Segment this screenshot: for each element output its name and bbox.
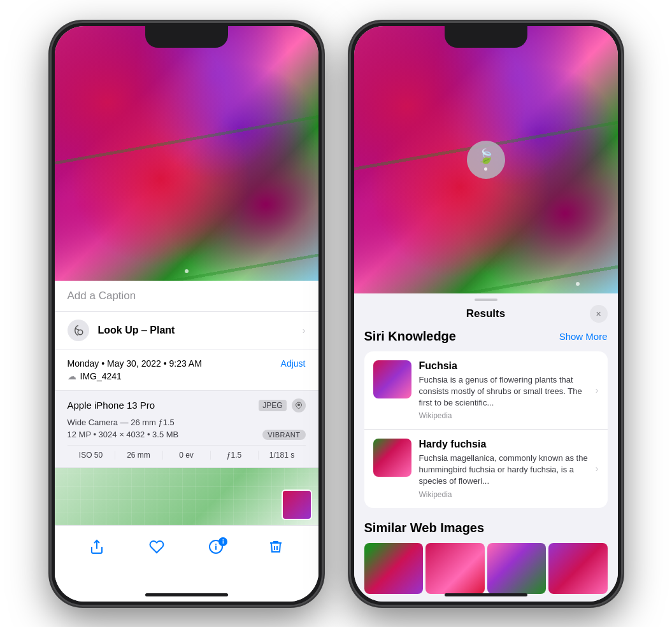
hardy-fuchsia-text: Hardy fuchsia Fuchsia magellanica, commo… bbox=[419, 439, 588, 499]
right-flower-photo[interactable]: 🍃 bbox=[354, 26, 618, 293]
info-button[interactable]: i bbox=[202, 535, 230, 563]
device-section: Apple iPhone 13 Pro JPEG bbox=[55, 391, 318, 468]
camera-info: Wide Camera — 26 mm ƒ1.5 bbox=[68, 418, 306, 427]
similar-grid bbox=[364, 543, 608, 594]
caption-placeholder[interactable]: Add a Caption bbox=[68, 290, 136, 302]
cloud-icon: ☁ bbox=[68, 371, 76, 381]
toolbar: i bbox=[55, 525, 318, 578]
format-badge: JPEG bbox=[259, 400, 286, 411]
similar-image-3[interactable] bbox=[487, 543, 547, 594]
look-up-icon bbox=[68, 320, 89, 341]
close-icon: × bbox=[596, 309, 601, 319]
right-screen: 🍃 Results × bbox=[354, 26, 618, 602]
hardy-fuchsia-name: Hardy fuchsia bbox=[419, 439, 588, 450]
svg-point-1 bbox=[78, 328, 79, 330]
svg-point-2 bbox=[297, 404, 300, 406]
map-overlay bbox=[55, 468, 318, 525]
hardy-fuchsia-chevron-icon: › bbox=[596, 463, 599, 474]
similar-section: Similar Web Images bbox=[364, 521, 608, 594]
exif-iso: ISO 50 bbox=[68, 451, 115, 460]
trash-icon bbox=[268, 539, 283, 558]
show-more-button[interactable]: Show More bbox=[559, 331, 608, 342]
right-phone: 🍃 Results × bbox=[349, 21, 623, 607]
photo-info-section: Add a Caption Lo bbox=[55, 281, 318, 602]
knowledge-item-hardy-fuchsia[interactable]: Hardy fuchsia Fuchsia magellanica, commo… bbox=[364, 430, 608, 508]
fuchsia-text: Fuchsia Fuchsia is a genus of flowering … bbox=[419, 360, 588, 421]
visual-lookup-button[interactable]: 🍃 bbox=[467, 141, 505, 179]
siri-knowledge-title: Siri Knowledge bbox=[364, 329, 456, 344]
info-badge: i bbox=[218, 537, 227, 546]
look-up-row[interactable]: Look Up – Plant › bbox=[55, 312, 318, 349]
exif-focal: 26 mm bbox=[115, 451, 163, 460]
photo-date: Monday • May 30, 2022 • 9:23 AM bbox=[68, 358, 202, 369]
lookup-dot bbox=[484, 167, 487, 171]
filename-text: IMG_4241 bbox=[80, 371, 122, 381]
photo-meta-section: Monday • May 30, 2022 • 9:23 AM Adjust ☁… bbox=[55, 349, 318, 391]
fuchsia-name: Fuchsia bbox=[419, 360, 588, 372]
adjust-button[interactable]: Adjust bbox=[281, 358, 306, 369]
device-name: Apple iPhone 13 Pro bbox=[68, 400, 155, 411]
vibrant-badge: VIBRANT bbox=[262, 430, 305, 440]
exif-row: ISO 50 26 mm 0 ev ƒ1.5 1/181 s bbox=[68, 445, 306, 460]
right-dot-indicator bbox=[576, 282, 580, 286]
delete-button[interactable] bbox=[262, 535, 290, 563]
heart-icon bbox=[149, 539, 164, 558]
siri-knowledge-header: Siri Knowledge Show More bbox=[364, 329, 608, 344]
hardy-fuchsia-thumbnail bbox=[373, 439, 411, 477]
right-home-indicator bbox=[445, 593, 527, 596]
similar-title: Similar Web Images bbox=[364, 521, 608, 535]
format-badges: JPEG bbox=[259, 398, 305, 412]
favorite-button[interactable] bbox=[143, 535, 171, 563]
look-up-subject: Plant bbox=[150, 325, 175, 335]
look-up-label: Look Up – Plant bbox=[98, 325, 175, 336]
location-icon bbox=[292, 398, 306, 412]
svg-point-0 bbox=[78, 330, 83, 335]
share-button[interactable] bbox=[83, 535, 111, 563]
notch bbox=[145, 26, 228, 48]
file-details: 12 MP • 3024 × 4032 • 3.5 MB bbox=[68, 430, 179, 439]
exif-shutter: 1/181 s bbox=[259, 451, 306, 460]
flower-photo[interactable] bbox=[55, 26, 318, 281]
close-button[interactable]: × bbox=[590, 305, 608, 323]
leaf-icon: 🍃 bbox=[477, 148, 494, 165]
hardy-fuchsia-source: Wikipedia bbox=[419, 490, 588, 499]
photo-dot-indicator bbox=[185, 269, 189, 273]
left-screen: Add a Caption Lo bbox=[55, 26, 318, 602]
similar-image-1[interactable] bbox=[364, 543, 424, 594]
knowledge-item-fuchsia[interactable]: Fuchsia Fuchsia is a genus of flowering … bbox=[364, 351, 608, 430]
photo-filename: ☁ IMG_4241 bbox=[68, 371, 306, 381]
look-up-chevron-icon: › bbox=[303, 325, 306, 335]
right-notch bbox=[445, 26, 527, 48]
fuchsia-thumbnail bbox=[373, 360, 411, 398]
results-panel: Results × Siri Knowledge Show More bbox=[354, 293, 618, 602]
file-info: 12 MP • 3024 × 4032 • 3.5 MB VIBRANT bbox=[68, 430, 306, 440]
similar-image-4[interactable] bbox=[548, 543, 608, 594]
exif-ev: 0 ev bbox=[163, 451, 211, 460]
map-photo-thumb bbox=[282, 490, 312, 520]
flower-stems bbox=[55, 26, 318, 281]
main-container: Add a Caption Lo bbox=[0, 0, 672, 627]
hardy-fuchsia-description: Fuchsia magellanica, commonly known as t… bbox=[419, 453, 588, 488]
look-up-bold: Look Up bbox=[98, 325, 139, 335]
results-title: Results bbox=[466, 307, 505, 320]
exif-aperture: ƒ1.5 bbox=[211, 451, 259, 460]
left-phone: Add a Caption Lo bbox=[50, 21, 324, 607]
similar-image-2[interactable] bbox=[425, 543, 485, 594]
fuchsia-description: Fuchsia is a genus of flowering plants t… bbox=[419, 374, 588, 409]
home-indicator bbox=[145, 593, 228, 596]
fuchsia-chevron-icon: › bbox=[596, 385, 599, 395]
share-icon bbox=[89, 539, 104, 558]
results-content: Siri Knowledge Show More Fuchsia Fuchsia… bbox=[354, 327, 618, 602]
knowledge-card: Fuchsia Fuchsia is a genus of flowering … bbox=[364, 351, 608, 508]
caption-area[interactable]: Add a Caption bbox=[55, 281, 318, 312]
results-header: Results × bbox=[354, 301, 618, 327]
map-section[interactable] bbox=[55, 468, 318, 525]
fuchsia-source: Wikipedia bbox=[419, 411, 588, 420]
